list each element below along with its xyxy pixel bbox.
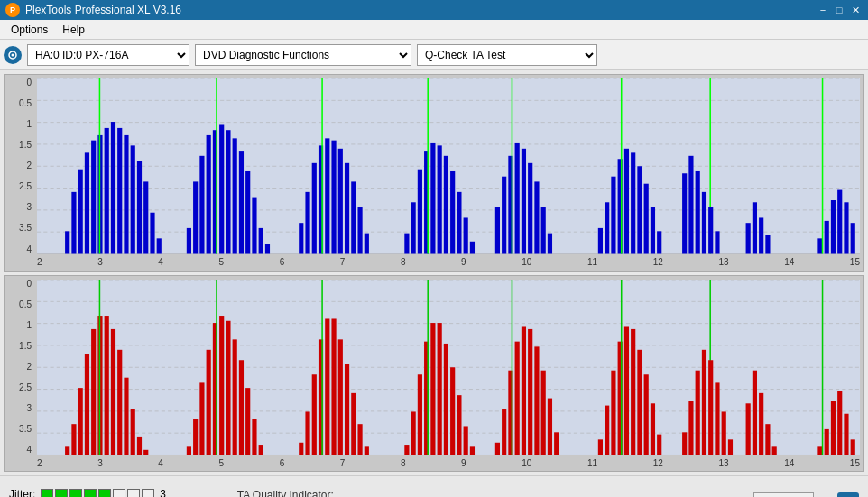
- device-icon: [4, 46, 22, 64]
- y-label-05: 0.5: [5, 300, 35, 309]
- menu-options[interactable]: Options: [4, 22, 55, 38]
- x-label: 14: [784, 257, 794, 267]
- svg-rect-159: [438, 323, 442, 455]
- svg-rect-147: [331, 318, 336, 455]
- svg-rect-38: [245, 171, 250, 254]
- maximize-button[interactable]: □: [832, 3, 846, 17]
- svg-rect-72: [528, 163, 532, 254]
- svg-rect-66: [495, 207, 500, 253]
- x-label: 6: [280, 257, 285, 267]
- close-button[interactable]: ✕: [848, 3, 863, 17]
- svg-rect-118: [91, 328, 96, 455]
- svg-rect-16: [91, 141, 96, 254]
- svg-rect-130: [199, 382, 204, 455]
- svg-rect-90: [702, 192, 706, 254]
- svg-rect-135: [226, 320, 230, 455]
- svg-rect-39: [252, 198, 256, 254]
- svg-rect-138: [245, 388, 250, 455]
- jitter-label: Jitter:: [9, 488, 35, 498]
- minimize-button[interactable]: −: [816, 3, 830, 17]
- title-bar-controls[interactable]: − □ ✕: [816, 3, 863, 17]
- bottom-chart-x-axis: 2 3 4 5 6 7 8 9 10 11 12 13 14 15: [37, 455, 860, 471]
- svg-rect-78: [611, 177, 615, 254]
- svg-rect-15: [85, 152, 89, 253]
- svg-rect-12: [65, 231, 69, 253]
- svg-rect-58: [430, 143, 435, 254]
- svg-rect-136: [233, 339, 237, 455]
- svg-rect-207: [851, 439, 855, 455]
- svg-rect-116: [78, 388, 83, 455]
- info-button[interactable]: i: [837, 492, 859, 498]
- svg-rect-54: [404, 234, 409, 254]
- svg-rect-104: [851, 223, 855, 253]
- svg-rect-28: [187, 228, 191, 254]
- svg-rect-82: [631, 152, 635, 253]
- svg-rect-150: [351, 392, 356, 455]
- start-button[interactable]: Start: [753, 492, 814, 498]
- svg-rect-142: [305, 411, 309, 455]
- bottom-chart-y-axis: 4 3.5 3 2.5 2 1.5 1 0.5 0: [5, 280, 37, 456]
- svg-rect-102: [837, 190, 842, 254]
- svg-rect-131: [207, 349, 211, 455]
- svg-rect-80: [624, 149, 629, 254]
- jitter-seg-8: [142, 489, 154, 498]
- svg-rect-63: [457, 192, 461, 254]
- svg-rect-183: [637, 349, 642, 455]
- jitter-row: Jitter: 3: [9, 488, 192, 498]
- svg-rect-123: [117, 349, 122, 455]
- svg-rect-139: [252, 419, 256, 455]
- svg-rect-194: [722, 411, 726, 455]
- top-chart-container: 4 3.5 3 2.5 2 1.5 1 0.5 0: [4, 74, 864, 272]
- svg-rect-30: [199, 156, 204, 254]
- svg-rect-115: [71, 424, 76, 455]
- svg-rect-95: [753, 202, 757, 253]
- svg-rect-206: [844, 413, 848, 455]
- x-label: 10: [522, 458, 531, 468]
- svg-rect-182: [631, 328, 635, 455]
- svg-rect-86: [657, 231, 661, 253]
- title-bar: P PlexTools Professional XL V3.16 − □ ✕: [0, 0, 868, 20]
- svg-rect-186: [657, 434, 661, 455]
- svg-rect-89: [696, 171, 700, 254]
- x-label: 4: [158, 458, 163, 468]
- svg-rect-46: [325, 138, 329, 253]
- y-label-05: 0.5: [5, 99, 35, 108]
- svg-rect-151: [357, 424, 362, 455]
- jitter-value: 3: [160, 488, 166, 498]
- svg-rect-51: [351, 181, 356, 253]
- svg-rect-196: [746, 403, 751, 455]
- svg-rect-202: [825, 428, 829, 455]
- x-label: 3: [97, 458, 103, 468]
- test-select[interactable]: Q-Check TA Test: [417, 44, 597, 66]
- y-label-4: 4: [5, 245, 35, 254]
- title-bar-left: P PlexTools Professional XL V3.16: [5, 3, 181, 17]
- svg-rect-27: [157, 238, 162, 253]
- svg-rect-203: [831, 401, 836, 455]
- x-label: 4: [158, 257, 163, 267]
- svg-rect-67: [502, 177, 506, 254]
- svg-rect-137: [239, 360, 244, 455]
- svg-rect-200: [772, 446, 777, 455]
- svg-rect-62: [450, 171, 455, 254]
- bottom-chart-area: [37, 280, 860, 456]
- y-label-1: 1: [5, 120, 35, 129]
- x-label: 9: [461, 458, 466, 468]
- menu-help[interactable]: Help: [55, 22, 92, 38]
- svg-rect-192: [708, 360, 713, 455]
- svg-rect-197: [753, 370, 757, 455]
- svg-rect-184: [644, 374, 649, 455]
- jitter-seg-2: [55, 489, 68, 498]
- svg-rect-199: [765, 424, 770, 455]
- svg-rect-166: [502, 409, 506, 455]
- svg-rect-160: [444, 343, 448, 455]
- svg-rect-122: [111, 328, 115, 455]
- top-chart-svg: [37, 78, 860, 254]
- device-select[interactable]: HA:0 ID:0 PX-716A: [27, 44, 189, 66]
- svg-rect-152: [365, 446, 369, 455]
- function-select[interactable]: DVD Diagnostic Functions: [195, 44, 411, 66]
- svg-rect-41: [265, 244, 270, 253]
- svg-rect-174: [548, 398, 552, 455]
- svg-rect-143: [312, 374, 317, 455]
- svg-rect-155: [418, 374, 422, 455]
- svg-rect-117: [85, 354, 89, 455]
